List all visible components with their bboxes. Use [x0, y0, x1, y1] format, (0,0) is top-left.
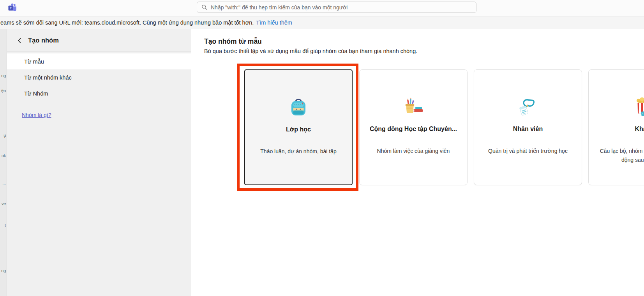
top-bar: T [0, 0, 644, 16]
rail-item-fragment[interactable]: ok [0, 153, 6, 158]
rail-item-fragment[interactable]: ng [0, 73, 6, 78]
popcorn-ticket-icon [589, 97, 644, 117]
panel-item-tu-nhom[interactable]: Từ Nhóm [7, 85, 191, 101]
template-title: Khác [592, 126, 644, 133]
svg-text:T: T [10, 6, 12, 10]
template-description: Thảo luận, dự án nhóm, bài tập [251, 147, 346, 156]
chevron-left-icon [17, 37, 22, 44]
template-card-khac[interactable]: Khác Câu lạc bộ, nhóm nghiên cứu, hoạt đ… [588, 69, 644, 185]
rail-item-fragment[interactable]: ụ [0, 133, 6, 138]
page-title: Tạo nhóm từ mẫu [204, 37, 262, 46]
rail-item-fragment[interactable]: ện [0, 88, 6, 93]
rail-item-fragment[interactable]: ... [0, 181, 6, 186]
teams-logo-icon[interactable]: T [7, 3, 18, 14]
app-rail-clipped: ng ện ụ ok ... ve t ng [0, 29, 7, 296]
template-title: Cộng đồng Học tập Chuyên... [363, 126, 464, 133]
school-supplies-icon [360, 97, 467, 116]
rail-item-fragment[interactable]: ve [0, 201, 6, 206]
template-description: Quản trị và phát triển trường học [480, 147, 575, 156]
template-card-nhan-vien[interactable]: Nhân viên Quản trị và phát triển trường … [474, 69, 582, 185]
panel-title: Tạo nhóm [28, 37, 59, 44]
template-card-cong-dong-hoc-tap[interactable]: Cộng đồng Học tập Chuyên... Nhóm làm việ… [359, 69, 468, 185]
panel-item-label: Từ một nhóm khác [24, 74, 72, 81]
rail-item-fragment[interactable]: ng [0, 268, 6, 273]
backpack-icon [245, 97, 352, 118]
back-button[interactable] [15, 36, 24, 45]
template-description: Nhóm làm việc của giảng viên [366, 147, 461, 156]
create-team-panel: Tạo nhóm Từ mẫu Từ một nhóm khác Từ Nhóm… [7, 29, 191, 296]
banner-message: eams sẽ sớm đổi sang URL mới: teams.clou… [0, 19, 254, 26]
search-icon [201, 4, 207, 10]
panel-item-label: Từ Nhóm [24, 90, 48, 97]
panel-item-tu-mau[interactable]: Từ mẫu [7, 53, 191, 69]
rail-item-fragment[interactable]: t [0, 223, 6, 228]
page-subtitle: Bỏ qua bước thiết lập và sử dụng mẫu để … [204, 48, 417, 54]
url-change-banner: eams sẽ sớm đổi sang URL mới: teams.clou… [0, 16, 644, 29]
template-title: Nhân viên [477, 126, 579, 133]
search-bar [197, 2, 476, 13]
learn-more-link[interactable]: Tìm hiểu thêm [256, 19, 292, 26]
panel-item-tu-mot-nhom-khac[interactable]: Từ một nhóm khác [7, 69, 191, 85]
template-title: Lớp học [248, 126, 349, 133]
what-is-team-link[interactable]: Nhóm là gì? [22, 112, 51, 118]
search-input[interactable] [211, 4, 476, 11]
panel-header: Tạo nhóm [7, 29, 191, 52]
template-description: Câu lạc bộ, nhóm nghiên cứu, hoạt động s… [595, 147, 644, 165]
teams-logo-icon: T [7, 3, 18, 13]
template-card-lop-hoc[interactable]: Lớp học Thảo luận, dự án nhóm, bài tập [244, 69, 353, 185]
id-badge-lanyard-icon [474, 97, 582, 116]
panel-item-label: Từ mẫu [24, 58, 44, 65]
